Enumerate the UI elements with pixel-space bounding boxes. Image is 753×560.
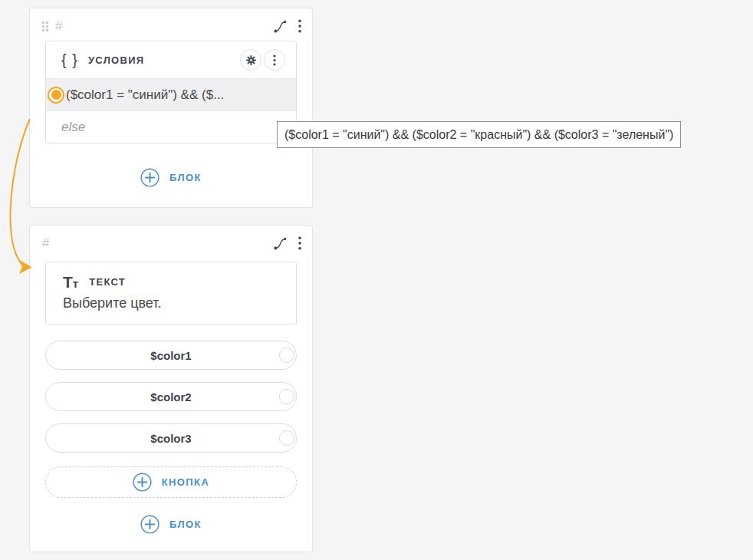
- conditions-menu-icon[interactable]: [264, 49, 285, 71]
- braces-icon: { }: [61, 51, 78, 69]
- add-block-button[interactable]: БЛОК: [30, 168, 312, 187]
- choice-button-color3[interactable]: $color3: [45, 423, 297, 453]
- text-widget-body: Выберите цвет.: [46, 290, 296, 311]
- text-widget-header: Tт ТЕКСТ: [46, 262, 296, 290]
- plus-circle-icon: [133, 473, 152, 492]
- block-id-field[interactable]: #: [42, 236, 49, 251]
- connector-port[interactable]: [279, 430, 294, 446]
- choice-button-color2[interactable]: $color2: [45, 382, 297, 411]
- else-label: else: [61, 120, 85, 135]
- choice-button-label: $color2: [150, 390, 191, 404]
- condition-tooltip: ($color1 = "синий") && ($color2 = "красн…: [277, 121, 681, 148]
- condition-tooltip-text: ($color1 = "синий") && ($color2 = "красн…: [284, 128, 673, 142]
- flow-canvas[interactable]: #: [0, 0, 753, 560]
- add-block-button[interactable]: БЛОК: [30, 514, 312, 534]
- text-widget-title: ТЕКСТ: [89, 276, 126, 288]
- add-block-label: БЛОК: [169, 519, 202, 530]
- add-button-label: КНОПКА: [162, 476, 210, 488]
- condition-radio-selected[interactable]: [48, 87, 64, 104]
- plus-circle-icon: [140, 515, 159, 534]
- block-header: #: [42, 236, 301, 251]
- choice-button-label: $color1: [150, 349, 191, 362]
- conditions-widget-header: { } УСЛОВИЯ: [46, 41, 296, 79]
- plus-circle-icon: [140, 168, 159, 187]
- connector-port[interactable]: [279, 389, 294, 404]
- conditions-widget-title: УСЛОВИЯ: [88, 54, 145, 66]
- drag-handle-icon[interactable]: [42, 21, 48, 31]
- add-button-button[interactable]: КНОПКА: [45, 466, 297, 498]
- connect-icon[interactable]: [273, 19, 288, 34]
- text-widget[interactable]: Tт ТЕКСТ Выберите цвет.: [45, 262, 297, 324]
- text-block-card[interactable]: #: [29, 225, 313, 552]
- block-header: #: [42, 18, 301, 34]
- settings-gear-icon[interactable]: [240, 49, 261, 71]
- add-block-label: БЛОК: [169, 172, 202, 183]
- condition-expression: ($color1 = "синий") && ($...: [66, 87, 224, 103]
- else-row[interactable]: else: [46, 111, 296, 143]
- condition-block-card[interactable]: #: [29, 8, 313, 208]
- text-icon: Tт: [63, 274, 78, 290]
- block-id-field[interactable]: #: [55, 18, 62, 34]
- block-menu-icon[interactable]: [298, 19, 301, 33]
- connect-icon[interactable]: [273, 236, 288, 251]
- choice-button-color1[interactable]: $color1: [45, 341, 297, 370]
- condition-row[interactable]: ($color1 = "синий") && ($...: [46, 79, 296, 111]
- block-menu-icon[interactable]: [298, 236, 301, 250]
- choice-button-label: $color3: [150, 432, 191, 445]
- connector-port[interactable]: [279, 348, 294, 363]
- conditions-widget: { } УСЛОВИЯ: [45, 41, 297, 143]
